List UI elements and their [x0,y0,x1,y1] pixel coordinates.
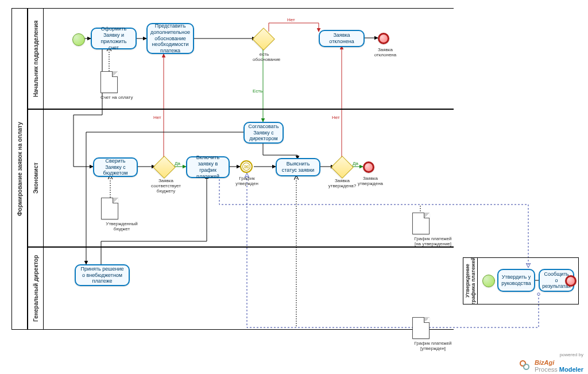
document-icon [412,213,430,234]
lane3-title: Генеральный директор [28,247,44,330]
interm-label: График утвержден [234,176,260,186]
task-zayavka-otklonena: Заявка отклонена [319,30,365,47]
document-icon [100,71,118,93]
gateway-label-g3: Заявка утверждена? [325,178,359,188]
lane1-title: Начальник подразделения [28,8,44,109]
end-label-2: Заявка утверждена [355,176,386,186]
task-oformit-zayavku: Оформить Заявку и приложить счет [91,28,137,49]
data-object-grafik-utv: График платежей [утвержден] [412,317,454,351]
lane1-frame [28,8,454,109]
footer-logo: powered by BizAgi Process Modeler [520,359,583,373]
bizagi-logo-icon [520,360,531,372]
flow-label-net-g1: Нет [287,17,295,22]
task-sverit-budget: Сверить Заявку с бюджетом [93,157,138,177]
start-event-subprocess [482,275,495,287]
data-object-label-budget: Утвержденный бюджет [101,221,142,232]
footer-pm: Process [535,366,559,373]
gateway-label-g2: Заявка соответствует бюджету [147,178,185,194]
lane2-title: Экономист [28,109,44,247]
document-icon [101,198,118,219]
task-vkluchit-grafik: Включить заявку в график платежей [186,156,230,178]
intermediate-event-grafik-utverzhden: ✉ [240,160,253,173]
task-predstavit-obosnovanie: Представить дополнительное обоснование н… [146,23,194,54]
document-icon [412,317,430,339]
end-label-1: Заявка отклонена [372,47,399,57]
footer-biz: BizAgi [535,359,554,366]
task-utverdit-rukovodstvo: Утвердить у руководства [497,269,535,292]
pool-title: Формирование заявок на оплату [11,8,28,330]
flow-label-da-g2: Да [175,161,180,166]
subprocess-pool-title: Утверждение графика платежей [463,257,478,304]
data-object-schet: Счет на оплату [100,71,133,100]
end-event-zayavka-otklonena [378,33,389,44]
start-event-lane1 [72,33,85,46]
flow-label-est-g1: Есть [253,88,262,94]
task-vyyasnit-status: Выяснить статус заявки [276,158,320,176]
flow-label-net-g3: Нет [332,115,340,120]
flow-label-da-g3: Да [353,161,358,166]
data-object-label-d4: График платежей [утвержден] [412,341,454,351]
data-object-label-schet: Счет на оплату [100,95,133,100]
data-object-utv-budget: Утвержденный бюджет [101,198,142,232]
data-object-label-d3: График платежей [на утверждение] [412,236,454,246]
data-object-grafik-na-utv: График платежей [на утверждение] [412,213,454,246]
flow-label-net-g2: Нет [153,115,161,120]
footer-text: BizAgi Process Modeler [535,359,583,373]
task-prinyat-reshenie: Принять решение о внебюджетном платеже [75,264,130,286]
end-event-zayavka-utverzhdena [363,161,374,173]
footer-powered-by: powered by [560,352,583,357]
gateway-label-g1: есть обоснование [253,52,276,62]
footer-modeler: Modeler [559,366,583,373]
lane3-frame [28,247,454,330]
task-soglasovat-direktorom: Согласовать Заявку с директором [243,122,284,144]
end-event-subprocess [565,275,577,287]
bpmn-canvas: Формирование заявок на оплату Начальник … [0,0,588,374]
